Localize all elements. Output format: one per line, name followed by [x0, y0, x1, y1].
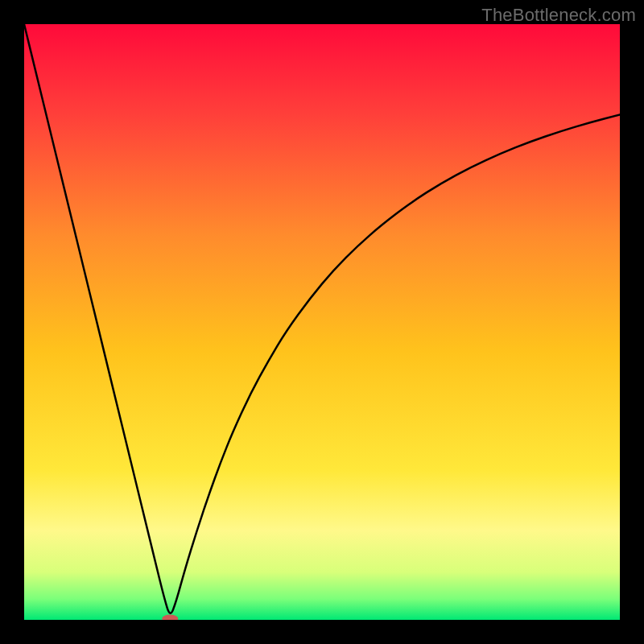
- chart-svg: [24, 24, 620, 620]
- gradient-background: [24, 24, 620, 620]
- plot-area: [24, 24, 620, 620]
- chart-frame: TheBottleneck.com: [0, 0, 644, 644]
- watermark-text: TheBottleneck.com: [481, 5, 636, 26]
